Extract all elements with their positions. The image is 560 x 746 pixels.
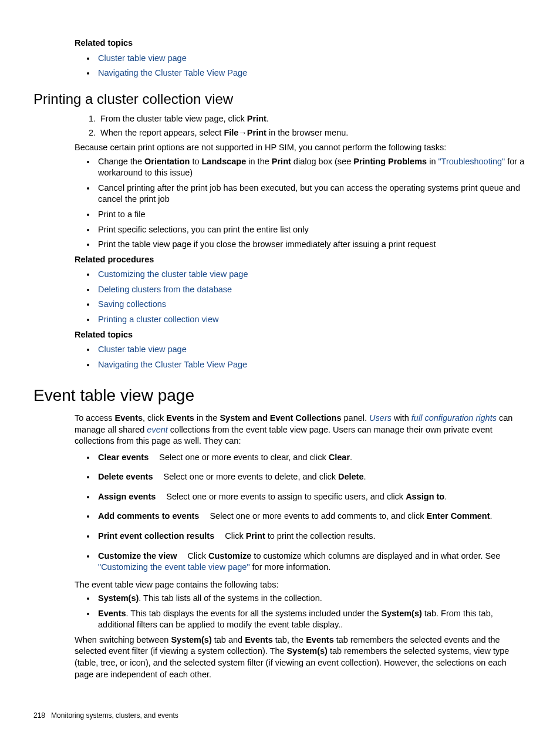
text: . — [490, 511, 492, 521]
text-bold: Assign to — [406, 492, 444, 501]
text-bold: Landscape — [202, 157, 247, 166]
text-bold: Orientation — [144, 157, 190, 166]
list-item: Print event collection resultsClick Prin… — [96, 531, 527, 542]
link-saving-collections[interactable]: Saving collections — [98, 299, 166, 309]
term-users: Users — [369, 413, 392, 423]
text: . — [266, 114, 269, 123]
list-item: System(s). This tab lists all of the sys… — [96, 593, 527, 605]
paragraph: The event table view page contains the f… — [75, 579, 527, 591]
text: Select one or more events to assign to s… — [166, 492, 406, 501]
text: dialog box (see — [291, 157, 353, 166]
text-bold: System(s) — [287, 646, 328, 656]
link-customizing-event-table[interactable]: "Customizing the event table view page" — [98, 562, 250, 572]
action-title: Clear events — [98, 453, 149, 462]
text-bold: Events — [115, 413, 143, 423]
text-bold: Events — [98, 609, 126, 618]
list-item: Cluster table view page — [96, 53, 527, 65]
link-cluster-table-view[interactable]: Cluster table view page — [98, 345, 187, 354]
step-1: From the cluster table view page, click … — [98, 113, 527, 125]
link-customizing-cluster[interactable]: Customizing the cluster table view page — [98, 269, 248, 279]
text-bold: System(s) — [98, 593, 139, 603]
paragraph: Because certain print options are not su… — [75, 142, 527, 154]
text: in the — [246, 157, 272, 166]
list-item: Customizing the cluster table view page — [96, 269, 527, 281]
step-2: When the report appears, select File→Pri… — [98, 127, 527, 139]
link-troubleshooting[interactable]: "Troubleshooting" — [438, 157, 505, 166]
text: tab, the — [273, 635, 306, 644]
list-item: Navigating the Cluster Table View Page — [96, 67, 527, 79]
text: Click — [188, 551, 208, 561]
text: with — [392, 413, 411, 423]
text: tab and — [212, 635, 245, 644]
text: Change the — [98, 157, 144, 166]
list-item: Change the Orientation to Landscape in t… — [96, 156, 527, 179]
list-item: Deleting clusters from the database — [96, 284, 527, 296]
link-printing-cluster[interactable]: Printing a cluster collection view — [98, 315, 219, 324]
text: in — [427, 157, 438, 166]
list-item: Cluster table view page — [96, 344, 527, 356]
text-bold: Print — [272, 157, 291, 166]
text: From the cluster table view page, click — [100, 114, 247, 123]
action-title: Assign events — [98, 492, 156, 501]
list-item: Saving collections — [96, 299, 527, 310]
arrow-icon: → — [238, 128, 247, 137]
text-bold: Delete — [338, 472, 364, 481]
text-bold: File — [224, 128, 238, 137]
text-bold: System(s) — [382, 609, 422, 618]
list-item: Print the table view page if you close t… — [96, 239, 527, 251]
action-title: Customize the view — [98, 551, 177, 561]
text: for more information. — [250, 562, 331, 572]
list-item: Assign eventsSelect one or more events t… — [96, 491, 527, 503]
text-bold: Events — [166, 413, 194, 423]
text: Select one or more events to delete, and… — [164, 472, 338, 481]
text: When switching between — [75, 635, 171, 644]
text-bold: Clear — [329, 453, 350, 462]
text: to print the collection results. — [265, 531, 376, 541]
list-item: Cancel printing after the print job has … — [96, 183, 527, 205]
text: . — [350, 453, 352, 462]
list-item: Delete eventsSelect one or more events t… — [96, 471, 527, 483]
list-item: Navigating the Cluster Table View Page — [96, 359, 527, 371]
text: , click — [143, 413, 166, 423]
link-cluster-table-view[interactable]: Cluster table view page — [98, 53, 187, 63]
link-deleting-clusters[interactable]: Deleting clusters from the database — [98, 285, 232, 294]
list-item: Events. This tab displays the events for… — [96, 608, 527, 631]
related-procedures-heading: Related procedures — [75, 254, 527, 266]
text: to — [190, 157, 201, 166]
text-bold: Print — [247, 128, 266, 137]
text-bold: Events — [245, 635, 273, 644]
term-event: event — [147, 425, 167, 434]
list-item: Printing a cluster collection view — [96, 314, 527, 326]
text-bold: Customize — [208, 551, 251, 561]
link-navigating-cluster[interactable]: Navigating the Cluster Table View Page — [98, 360, 247, 369]
related-topics-heading: Related topics — [75, 38, 527, 49]
page-number: 218 — [33, 711, 45, 720]
text: . — [444, 492, 447, 501]
text: in the browser menu. — [266, 128, 348, 137]
paragraph: When switching between System(s) tab and… — [75, 634, 527, 680]
text-bold: Print — [247, 114, 266, 123]
text: . This tab displays the events for all t… — [126, 609, 382, 618]
list-item: Add comments to eventsSelect one or more… — [96, 511, 527, 522]
text: Select one or more events to clear, and … — [159, 453, 329, 462]
text: Select one or more events to add comment… — [210, 511, 426, 521]
list-item: Customize the viewClick Customize to cus… — [96, 551, 527, 573]
text-bold: Enter Comment — [427, 511, 490, 521]
text: Click — [225, 531, 245, 541]
text: . — [363, 472, 366, 481]
link-navigating-cluster[interactable]: Navigating the Cluster Table View Page — [98, 68, 247, 77]
list-item: Clear eventsSelect one or more events to… — [96, 452, 527, 464]
related-topics-heading: Related topics — [75, 329, 527, 341]
text: . This tab lists all of the systems in t… — [139, 593, 322, 603]
text: in the — [194, 413, 220, 423]
text: to customize which columns are displayed… — [251, 551, 500, 561]
term-full-config-rights: full configuration rights — [411, 413, 497, 423]
text-bold: Printing Problems — [353, 157, 427, 166]
text-bold: Events — [306, 635, 334, 644]
action-title: Delete events — [98, 472, 153, 481]
text-bold: System(s) — [171, 635, 211, 644]
text-bold: System and Event Collections — [220, 413, 341, 423]
text-bold: Print — [246, 531, 265, 541]
heading-event-table: Event table view page — [33, 384, 527, 407]
chapter-title: Monitoring systems, clusters, and events — [51, 711, 178, 720]
